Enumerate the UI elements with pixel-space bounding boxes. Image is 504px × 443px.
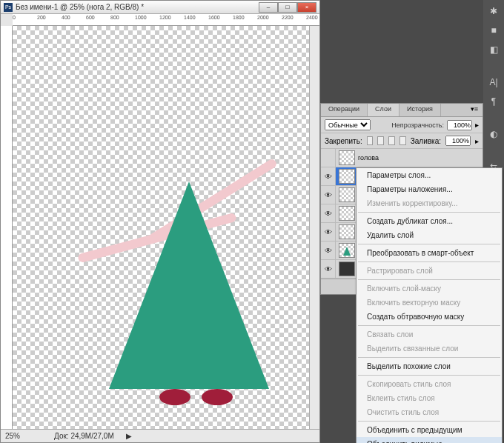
visibility-icon[interactable]: 👁	[321, 186, 336, 204]
layer-row[interactable]: голова	[321, 149, 483, 167]
artwork-foot	[202, 389, 233, 405]
tab-history[interactable]: История	[399, 104, 441, 116]
ruler-tick: 1000	[135, 15, 147, 20]
close-button[interactable]: ×	[297, 2, 316, 13]
ruler-vertical[interactable]	[1, 26, 13, 429]
ruler-tick: 1400	[184, 15, 196, 20]
menu-separator	[358, 325, 500, 326]
scrollbar-vertical[interactable]	[309, 26, 319, 429]
ruler-tick: 400	[62, 15, 70, 20]
visibility-icon[interactable]: 👁	[321, 260, 336, 278]
lock-label: Закрепить:	[325, 137, 362, 145]
toolbar-icon[interactable]: ◐	[487, 127, 500, 141]
ruler-tick: 1800	[233, 15, 245, 20]
layer-thumbnail[interactable]	[339, 262, 355, 276]
menu-item[interactable]: Выделить похожие слои	[357, 359, 502, 373]
panel-tabs: Операции Слои История ▾≡	[321, 104, 483, 117]
ruler-tick: 600	[86, 15, 95, 20]
menu-item[interactable]: Преобразовать в смарт-объект	[357, 246, 502, 260]
ps-icon: Ps	[4, 3, 13, 12]
statusbar: 25% Док: 24,9M/27,0M ▶	[1, 429, 319, 442]
visibility-icon[interactable]: 👁	[321, 242, 336, 259]
menu-item[interactable]: Создать обтравочную маску	[357, 310, 502, 324]
toolbar-icon[interactable]: ■	[487, 24, 500, 37]
toolbar-icon[interactable]: ◧	[487, 43, 500, 56]
layer-name[interactable]: голова	[358, 154, 379, 161]
titlebar[interactable]: Ps Без имени-1 @ 25% (нога 2, RGB/8) * –…	[1, 1, 319, 14]
ruler-horizontal[interactable]: 0200400600800100012001400160018002000220…	[13, 14, 319, 26]
artwork-foot	[159, 389, 190, 405]
ruler-tick: 2200	[282, 15, 294, 20]
layer-thumbnail[interactable]	[339, 150, 355, 165]
menu-item: Изменить корректировку...	[357, 196, 502, 210]
minimize-button[interactable]: –	[259, 2, 278, 13]
menu-item[interactable]: Объединить видимые	[357, 437, 502, 443]
menu-separator	[358, 212, 500, 213]
menu-item: Связать слои	[357, 327, 502, 342]
window-title: Без имени-1 @ 25% (нога 2, RGB/8) *	[16, 3, 259, 11]
menu-item[interactable]: Создать дубликат слоя...	[357, 214, 502, 228]
fill-arrow-icon[interactable]: ▸	[475, 137, 479, 145]
lock-transparency-icon[interactable]	[367, 136, 374, 145]
toolbar-icon[interactable]: ✱	[487, 4, 500, 18]
opacity-arrow-icon[interactable]: ▸	[475, 121, 479, 129]
ruler-tick: 1600	[208, 15, 220, 20]
ruler-tick: 1200	[159, 15, 171, 20]
fill-label: Заливка:	[411, 137, 441, 145]
menu-separator	[358, 421, 500, 422]
menu-item: Включить векторную маску	[357, 296, 502, 310]
layer-thumbnail[interactable]	[339, 169, 355, 184]
canvas[interactable]	[13, 26, 318, 429]
menu-separator	[358, 279, 500, 280]
ruler-tick: 2000	[257, 15, 269, 20]
layer-thumbnail[interactable]	[339, 224, 355, 239]
document-window: Ps Без имени-1 @ 25% (нога 2, RGB/8) * –…	[0, 0, 320, 443]
fill-input[interactable]	[445, 136, 471, 146]
toolbar-icon[interactable]: A|	[487, 76, 500, 89]
layer-thumbnail[interactable]	[339, 187, 355, 202]
menu-item[interactable]: Объединить с предыдущим	[357, 423, 502, 437]
panel-menu-icon[interactable]: ▾≡	[466, 104, 483, 116]
tab-actions[interactable]: Операции	[321, 104, 368, 116]
ruler-tick: 0	[13, 15, 16, 20]
artwork-body	[109, 181, 269, 389]
zoom-value[interactable]: 25%	[5, 432, 42, 440]
ruler-tick: 2400	[306, 15, 318, 20]
menu-item[interactable]: Удалить слой	[357, 228, 502, 242]
menu-separator	[358, 357, 500, 358]
layer-thumbnail[interactable]	[339, 243, 355, 258]
menu-item[interactable]: Параметры наложения...	[357, 182, 502, 196]
context-menu: Параметры слоя...Параметры наложения...И…	[356, 167, 503, 443]
visibility-icon[interactable]: 👁	[321, 167, 336, 185]
menu-item: Очистить стиль слоя	[357, 405, 502, 419]
visibility-icon[interactable]	[321, 149, 336, 167]
menu-separator	[358, 244, 500, 244]
ruler-tick: 200	[37, 15, 46, 20]
menu-item: Вклеить стиль слоя	[357, 391, 502, 405]
doc-size: Док: 24,9M/27,0M	[54, 432, 114, 440]
lock-all-icon[interactable]	[399, 136, 406, 145]
opacity-input[interactable]	[447, 120, 472, 130]
menu-item: Выделить связанные слои	[357, 342, 502, 356]
layer-thumbnail[interactable]	[339, 206, 355, 221]
blend-mode-select[interactable]: Обычные	[325, 119, 371, 130]
menu-separator	[358, 375, 500, 376]
ruler-tick: 800	[110, 15, 119, 20]
visibility-icon[interactable]: 👁	[321, 204, 336, 222]
visibility-icon[interactable]: 👁	[321, 223, 336, 241]
maximize-button[interactable]: □	[278, 2, 297, 13]
opacity-label: Непрозрачность:	[391, 121, 444, 129]
menu-separator	[358, 262, 500, 262]
statusbar-arrow-icon[interactable]: ▶	[126, 432, 132, 440]
menu-item[interactable]: Параметры слоя...	[357, 168, 502, 182]
lock-position-icon[interactable]	[388, 136, 395, 145]
lock-pixels-icon[interactable]	[377, 136, 384, 145]
toolbar-icon[interactable]: ¶	[487, 95, 500, 108]
menu-item: Растрировать слой	[357, 264, 502, 278]
menu-item: Скопировать стиль слоя	[357, 377, 502, 391]
menu-item: Включить слой-маску	[357, 282, 502, 296]
tab-layers[interactable]: Слои	[368, 104, 399, 116]
